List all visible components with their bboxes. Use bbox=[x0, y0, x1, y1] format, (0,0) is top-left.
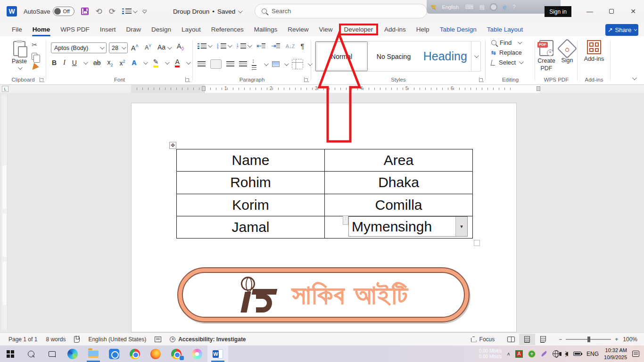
find-button[interactable]: Find bbox=[491, 39, 535, 46]
align-left-icon[interactable] bbox=[198, 61, 206, 67]
table-cell[interactable]: Jamal bbox=[177, 216, 325, 238]
change-case-button[interactable]: Aa bbox=[157, 43, 171, 51]
shrink-font-button[interactable]: A˅ bbox=[145, 43, 151, 51]
screen-recorder-icon[interactable] bbox=[104, 346, 124, 362]
style-heading[interactable]: Heading bbox=[420, 41, 471, 71]
web-layout-button[interactable] bbox=[535, 334, 551, 345]
format-painter-icon[interactable] bbox=[30, 63, 39, 72]
horizontal-ruler[interactable]: L 1 2 3 4 5 6 bbox=[0, 85, 644, 93]
file-explorer-icon[interactable] bbox=[83, 346, 104, 362]
tab-help[interactable]: Help bbox=[411, 24, 435, 35]
tab-mailings[interactable]: Mailings bbox=[249, 24, 283, 35]
font-dialog-launcher[interactable] bbox=[185, 77, 190, 82]
tab-design[interactable]: Design bbox=[146, 24, 176, 35]
task-view-icon[interactable] bbox=[41, 346, 62, 362]
battery-icon[interactable] bbox=[573, 352, 581, 356]
chrome-profile-icon[interactable] bbox=[166, 346, 187, 362]
zoom-in-button[interactable]: + bbox=[615, 336, 618, 343]
document-page[interactable]: ✥ Name Area Rohim Dhaka Korim Comilla Ja… bbox=[131, 103, 517, 332]
table-cell[interactable]: Dhaka bbox=[325, 172, 473, 194]
table-move-handle-icon[interactable]: ✥ bbox=[169, 142, 176, 149]
clear-formatting-button[interactable]: A◊ bbox=[177, 42, 184, 51]
tab-selector[interactable]: L bbox=[2, 86, 8, 92]
create-pdf-button[interactable]: Create PDF bbox=[536, 40, 557, 72]
maximize-button[interactable] bbox=[601, 0, 622, 23]
search-bar[interactable]: Search bbox=[255, 4, 427, 18]
italic-button[interactable]: I bbox=[63, 59, 66, 66]
tab-home[interactable]: Home bbox=[27, 24, 56, 35]
vertical-ruler[interactable] bbox=[1, 95, 8, 330]
grow-font-button[interactable]: A˄ bbox=[131, 42, 139, 52]
replace-button[interactable]: ⇆Replace bbox=[491, 49, 535, 56]
minimize-button[interactable]: — bbox=[579, 0, 601, 23]
taskbar-search-icon[interactable] bbox=[21, 346, 41, 362]
decrease-indent-icon[interactable]: ⇤ bbox=[256, 42, 265, 49]
tab-table-layout[interactable]: Table Layout bbox=[482, 24, 528, 35]
tab-wps-pdf[interactable]: WPS PDF bbox=[55, 24, 95, 35]
increase-indent-icon[interactable]: ⇥ bbox=[271, 42, 280, 49]
sign-in-button[interactable]: Sign in bbox=[545, 6, 571, 17]
table-header-cell[interactable]: Area bbox=[325, 149, 473, 172]
sort-icon[interactable]: A↓Z bbox=[286, 43, 295, 49]
tab-table-design[interactable]: Table Design bbox=[435, 24, 482, 35]
word-taskbar-icon[interactable]: W bbox=[207, 346, 228, 362]
font-color-dropdown[interactable] bbox=[186, 60, 191, 65]
antivirus-tray-icon[interactable]: + bbox=[528, 350, 536, 358]
input-language[interactable]: ENG bbox=[586, 351, 599, 357]
numbering-icon[interactable]: 123 bbox=[217, 43, 231, 49]
help-icon[interactable]: ? bbox=[512, 4, 516, 10]
word-count[interactable]: 8 words bbox=[46, 336, 66, 343]
zoom-percent[interactable]: 100% bbox=[623, 336, 637, 343]
styles-dialog-launcher[interactable] bbox=[479, 77, 484, 82]
right-indent-marker[interactable] bbox=[537, 86, 540, 91]
network-tray-icon[interactable] bbox=[553, 350, 560, 357]
table-header-cell[interactable]: Name bbox=[177, 149, 325, 172]
notification-center-icon[interactable] bbox=[632, 351, 639, 357]
borders-icon[interactable] bbox=[292, 59, 303, 69]
tab-add-ins[interactable]: Add-ins bbox=[379, 24, 411, 35]
paste-button[interactable]: Paste bbox=[8, 41, 30, 75]
content-control-dropdown[interactable]: ⋮ Mymensingh ▾ bbox=[348, 216, 468, 237]
tab-draw[interactable]: Draw bbox=[121, 24, 147, 35]
zoom-slider[interactable] bbox=[566, 339, 611, 340]
bullets-qat-icon[interactable] bbox=[122, 8, 136, 14]
table-cell[interactable]: Comilla bbox=[325, 194, 473, 216]
justify-icon[interactable] bbox=[239, 61, 247, 67]
show-paragraph-marks-icon[interactable]: ¶ bbox=[300, 42, 304, 50]
shading-dropdown[interactable] bbox=[284, 61, 289, 66]
clipboard-dialog-launcher[interactable] bbox=[40, 77, 44, 82]
select-button[interactable]: Select bbox=[491, 59, 535, 66]
zoom-out-button[interactable]: − bbox=[559, 336, 562, 343]
tab-view[interactable]: View bbox=[314, 24, 338, 35]
clock[interactable]: 10:32 AM10/9/2025 bbox=[604, 347, 627, 361]
multilevel-list-icon[interactable]: 1ai bbox=[237, 43, 251, 49]
underline-dropdown[interactable] bbox=[83, 60, 88, 65]
font-size-select[interactable]: 28 bbox=[109, 42, 128, 53]
styles-more-button[interactable] bbox=[471, 41, 480, 71]
highlight-dropdown[interactable] bbox=[165, 60, 170, 65]
gear-icon[interactable] bbox=[491, 4, 496, 10]
highlight-button[interactable]: ✎ bbox=[153, 58, 159, 67]
text-effects-button[interactable]: A bbox=[132, 59, 137, 66]
text-effects-dropdown[interactable] bbox=[143, 60, 148, 65]
avro-language-bar[interactable]: অ English ⌨ ▤ e ? bbox=[427, 0, 561, 14]
cut-icon[interactable]: ✂ bbox=[32, 41, 37, 49]
document-title[interactable]: Droup Droun • Saved bbox=[173, 8, 241, 15]
content-control-handle[interactable]: ⋮ bbox=[343, 215, 348, 225]
editor-icon[interactable] bbox=[155, 337, 161, 342]
tray-expand-icon[interactable]: ˄ bbox=[507, 351, 510, 357]
tab-review[interactable]: Review bbox=[282, 24, 314, 35]
table-resize-handle[interactable] bbox=[474, 240, 480, 246]
browser-icon[interactable]: e bbox=[503, 3, 506, 11]
copy-icon[interactable] bbox=[32, 53, 37, 60]
strikethrough-button[interactable]: ab bbox=[93, 59, 101, 66]
style-normal[interactable]: Normal bbox=[315, 41, 368, 71]
subscript-button[interactable]: x2 bbox=[107, 58, 113, 67]
tab-layout[interactable]: Layout bbox=[176, 24, 206, 35]
line-spacing-dropdown[interactable] bbox=[264, 61, 269, 66]
page-indicator[interactable]: Page 1 of 1 bbox=[8, 336, 37, 343]
undo-icon[interactable]: ⟲ bbox=[95, 7, 102, 16]
language-indicator[interactable]: English (United States) bbox=[88, 336, 146, 343]
add-ins-button[interactable]: Add-ins bbox=[584, 40, 604, 63]
style-no-spacing[interactable]: No Spacing bbox=[368, 41, 419, 71]
